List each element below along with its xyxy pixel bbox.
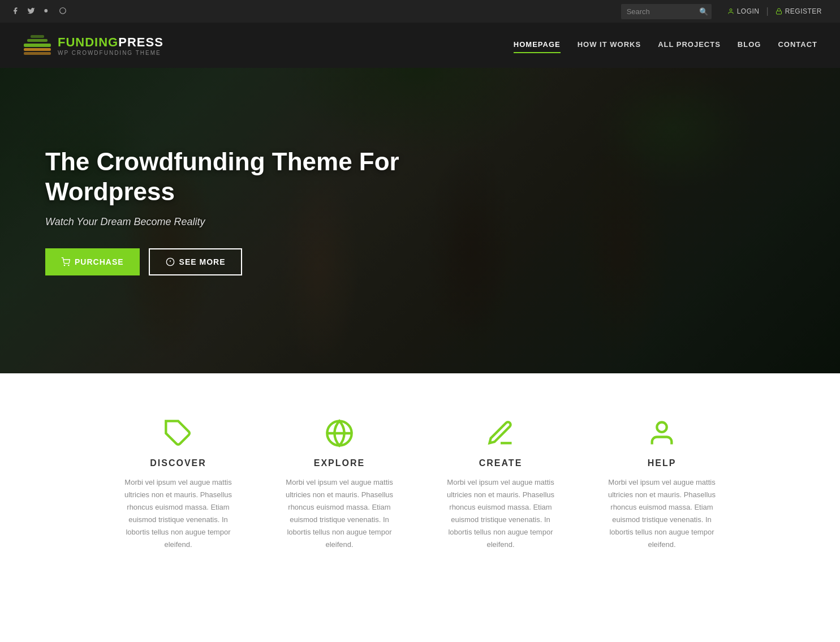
svg-point-1	[730, 9, 732, 11]
svg-point-0	[44, 9, 48, 12]
discover-text: Morbi vel ipsum vel augue mattis ultrici…	[120, 476, 236, 551]
skype-icon[interactable]	[59, 7, 67, 16]
login-link[interactable]: LOGIN	[721, 7, 766, 15]
create-title: CREATE	[443, 458, 559, 468]
create-icon	[443, 419, 559, 448]
see-more-button[interactable]: SEE MORE	[149, 248, 243, 275]
top-bar: 🔍 LOGIN | REGISTER	[0, 0, 840, 23]
feature-help: HELP Morbi vel ipsum vel augue mattis ul…	[593, 407, 731, 563]
logo-icon	[23, 33, 52, 57]
svg-point-8	[64, 265, 64, 265]
nav-homepage[interactable]: HOMEPAGE	[514, 40, 561, 51]
svg-point-9	[68, 265, 69, 265]
feature-create: CREATE Morbi vel ipsum vel augue mattis …	[432, 407, 570, 563]
main-header: FUNDINGPRESS WP CROWDFUNDING THEME HOMEP…	[0, 23, 840, 68]
info-icon	[166, 257, 175, 266]
discover-title: DISCOVER	[120, 458, 236, 468]
svg-rect-2	[776, 11, 781, 15]
top-bar-right: 🔍 LOGIN | REGISTER	[621, 4, 829, 19]
cart-icon	[61, 257, 70, 266]
svg-rect-3	[24, 44, 51, 47]
svg-rect-7	[24, 52, 51, 55]
nav-contact[interactable]: CONTACT	[778, 40, 817, 51]
search-input[interactable]	[621, 4, 712, 19]
nav-blog[interactable]: BLOG	[738, 40, 761, 51]
explore-text: Morbi vel ipsum vel augue mattis ultrici…	[282, 476, 398, 551]
twitter-icon[interactable]	[27, 7, 35, 16]
nav-how-it-works[interactable]: HOW IT WORKS	[578, 40, 641, 51]
search-wrap: 🔍	[621, 4, 712, 19]
logo-subtitle: WP CROWDFUNDING THEME	[58, 50, 163, 56]
logo: FUNDINGPRESS WP CROWDFUNDING THEME	[23, 33, 163, 57]
discover-icon	[120, 419, 236, 448]
help-icon	[604, 419, 720, 448]
logo-text: FUNDINGPRESS WP CROWDFUNDING THEME	[58, 35, 163, 56]
social-links	[11, 7, 67, 16]
help-title: HELP	[604, 458, 720, 468]
explore-title: EXPLORE	[282, 458, 398, 468]
purchase-button[interactable]: PURCHASE	[45, 248, 140, 275]
svg-rect-6	[24, 48, 51, 51]
svg-point-16	[657, 423, 666, 432]
hero-buttons: PURCHASE SEE MORE	[45, 248, 795, 275]
register-link[interactable]: REGISTER	[769, 7, 829, 15]
search-button[interactable]: 🔍	[699, 7, 708, 16]
hero-content: The Crowdfunding Theme For Wordpress Wat…	[0, 68, 840, 275]
create-text: Morbi vel ipsum vel augue mattis ultrici…	[443, 476, 559, 551]
feature-explore: EXPLORE Morbi vel ipsum vel augue mattis…	[270, 407, 409, 563]
features-section: DISCOVER Morbi vel ipsum vel augue matti…	[0, 373, 840, 585]
auth-links: LOGIN | REGISTER	[721, 6, 829, 16]
explore-icon	[282, 419, 398, 448]
features-grid: DISCOVER Morbi vel ipsum vel augue matti…	[109, 407, 731, 563]
svg-rect-4	[27, 39, 48, 42]
nav-all-projects[interactable]: ALL PROJECTS	[658, 40, 721, 51]
hero-title: The Crowdfunding Theme For Wordpress	[45, 147, 441, 207]
feature-discover: DISCOVER Morbi vel ipsum vel augue matti…	[109, 407, 248, 563]
hero-subtitle: Watch Your Dream Become Reality	[45, 216, 795, 228]
google-plus-icon[interactable]	[43, 7, 51, 16]
hero-section: The Crowdfunding Theme For Wordpress Wat…	[0, 68, 840, 373]
help-text: Morbi vel ipsum vel augue mattis ultrici…	[604, 476, 720, 551]
facebook-icon[interactable]	[11, 7, 19, 16]
svg-rect-5	[31, 35, 44, 38]
main-nav: HOMEPAGE HOW IT WORKS ALL PROJECTS BLOG …	[514, 40, 817, 51]
